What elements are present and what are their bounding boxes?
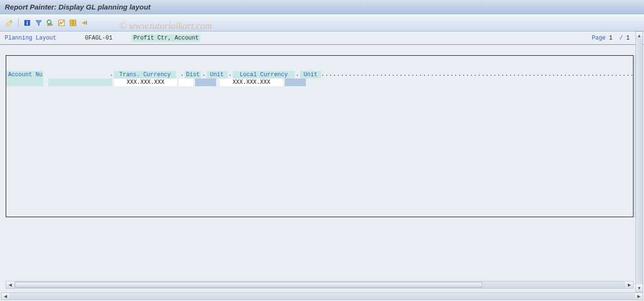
layout-icon[interactable] xyxy=(68,18,78,28)
cell-unit1[interactable] xyxy=(195,79,216,86)
overview-icon[interactable] xyxy=(45,18,55,28)
svg-rect-1 xyxy=(27,21,28,22)
svg-point-3 xyxy=(47,20,51,24)
cell-dist[interactable] xyxy=(179,79,193,86)
inner-horizontal-scrollbar[interactable]: ◀ ▶ xyxy=(6,281,634,289)
col-trans-currency[interactable]: Trans. Currency xyxy=(114,71,176,79)
filter-icon[interactable] xyxy=(34,18,43,28)
export-icon[interactable] xyxy=(80,18,89,28)
scroll-right-icon[interactable]: ▶ xyxy=(625,281,633,288)
highlight-icon[interactable] xyxy=(57,18,66,28)
scroll-right-icon[interactable]: ▶ xyxy=(635,293,643,300)
col-dist[interactable]: Dist xyxy=(185,71,201,79)
grid-data-row: XXX.XXX.XXX XXX.XXX.XXX xyxy=(6,79,633,86)
cell-unit2[interactable] xyxy=(285,79,306,86)
svg-rect-11 xyxy=(86,21,87,25)
cell-account[interactable] xyxy=(6,79,43,86)
vertical-scrollbar[interactable]: ▲ ▼ xyxy=(635,31,643,292)
planning-layout-label: Planning Layout xyxy=(5,35,56,41)
cell-account2[interactable] xyxy=(48,79,112,86)
cell-local-value[interactable]: XXX.XXX.XXX xyxy=(220,79,283,86)
col-account[interactable]: Account Nu xyxy=(6,71,43,79)
grid-header-row: Account Nu . Trans. Currency . Dist . Un… xyxy=(6,71,633,79)
scroll-track[interactable] xyxy=(9,293,635,300)
toolbar-divider xyxy=(18,18,19,28)
svg-rect-2 xyxy=(27,22,28,25)
col-unit2[interactable]: Unit xyxy=(300,71,321,79)
scroll-left-icon[interactable]: ◀ xyxy=(1,293,9,300)
cell-trans-value[interactable]: XXX.XXX.XXX xyxy=(114,79,177,86)
scroll-left-icon[interactable]: ◀ xyxy=(6,281,14,288)
svg-rect-5 xyxy=(47,24,51,26)
col-unit1[interactable]: Unit xyxy=(207,71,228,79)
header-dots: ........................................… xyxy=(321,71,633,79)
scroll-up-icon[interactable]: ▲ xyxy=(636,32,643,40)
scroll-track[interactable] xyxy=(14,281,625,288)
scroll-thumb[interactable] xyxy=(15,282,482,288)
work-area: Planning Layout 0FAGL-01 Profit Ctr, Acc… xyxy=(0,31,644,292)
col-local-currency[interactable]: Local Currency xyxy=(233,71,295,79)
page-indicator: Page 1 / 1 xyxy=(592,35,630,41)
horizontal-scrollbar[interactable]: ◀ ▶ xyxy=(1,292,643,300)
title-bar: Report Painter: Display GL planning layo… xyxy=(0,0,644,14)
planning-layout-desc: Profit Ctr, Account xyxy=(132,34,201,42)
edit-icon[interactable] xyxy=(5,18,14,28)
info-strip: Planning Layout 0FAGL-01 Profit Ctr, Acc… xyxy=(0,31,644,45)
info-icon[interactable] xyxy=(22,18,32,28)
scroll-down-icon[interactable]: ▼ xyxy=(636,284,643,292)
layout-grid: Account Nu . Trans. Currency . Dist . Un… xyxy=(6,55,634,217)
toolbar xyxy=(0,14,644,31)
planning-layout-code: 0FAGL-01 xyxy=(85,35,113,41)
page-title: Report Painter: Display GL planning layo… xyxy=(5,3,151,11)
